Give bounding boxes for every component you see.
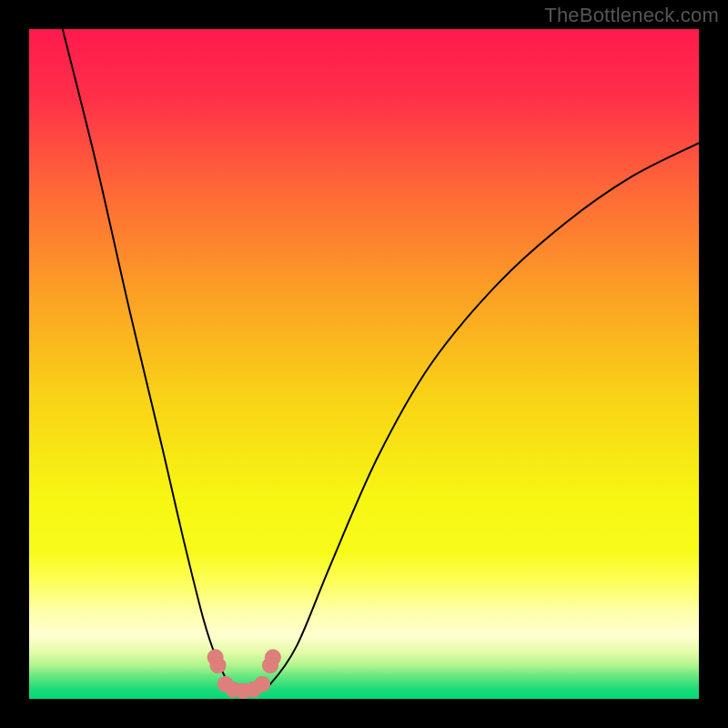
highlight-dot (210, 657, 227, 673)
plot-area (29, 29, 699, 699)
chart-curve (29, 29, 699, 699)
highlight-dot (254, 676, 270, 693)
bottleneck-curve-path (63, 29, 699, 691)
watermark-text: TheBottleneck.com (544, 4, 719, 27)
chart-frame: TheBottleneck.com (0, 0, 728, 728)
highlight-dot (265, 649, 281, 665)
highlight-dots-group (207, 649, 281, 699)
